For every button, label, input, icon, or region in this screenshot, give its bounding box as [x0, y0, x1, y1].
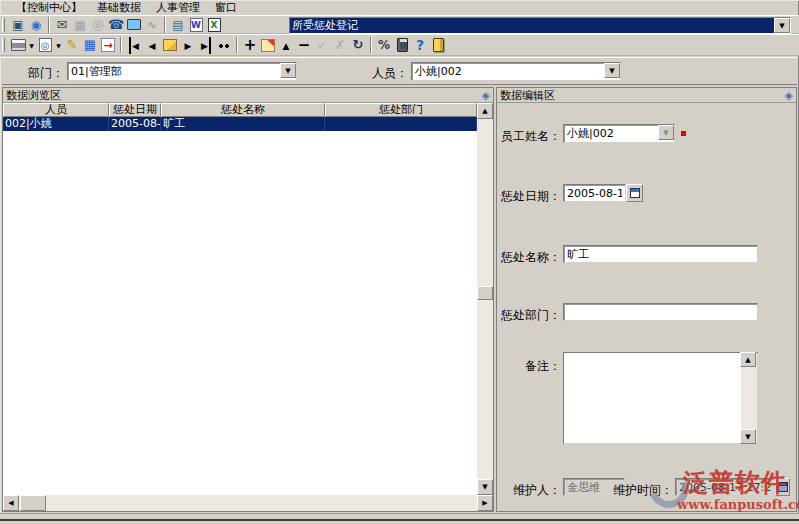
column-header-dept[interactable]: 惩处部门 — [325, 103, 477, 117]
edit-panel-title: 数据编辑区 — [500, 88, 555, 103]
chart-icon[interactable] — [143, 16, 161, 33]
remark-textarea[interactable] — [564, 353, 741, 443]
scroll-up-icon[interactable] — [477, 103, 493, 119]
department-combobox[interactable]: 01|管理部 — [67, 62, 297, 81]
refresh-button[interactable] — [349, 37, 367, 54]
print-preview-button[interactable] — [36, 37, 54, 54]
data-browse-panel: 数据浏览区 人员 惩处日期 惩处名称 惩处部门 002|小姚 2005-08-1… — [2, 87, 494, 512]
diamond-icon[interactable] — [482, 89, 490, 102]
punishment-table: 人员 惩处日期 惩处名称 惩处部门 002|小姚 2005-08-17 旷工 — [3, 103, 493, 495]
chevron-down-icon[interactable] — [280, 63, 296, 78]
scrollbar-thumb[interactable] — [477, 286, 493, 300]
copy-record-button[interactable] — [259, 37, 277, 54]
calculator-button[interactable] — [393, 37, 411, 54]
mail-icon[interactable] — [53, 16, 71, 33]
chevron-down-icon[interactable] — [604, 63, 620, 78]
first-record-button[interactable] — [125, 37, 143, 54]
cell-date: 2005-08-17 — [109, 117, 161, 131]
schedule-icon[interactable] — [71, 16, 89, 33]
computer-icon[interactable] — [125, 16, 143, 33]
punish-name-label: 惩处名称： — [481, 249, 561, 266]
toolbar-grip[interactable] — [2, 38, 5, 52]
scrollbar-thumb[interactable] — [20, 495, 46, 511]
preview-dropdown-icon[interactable] — [54, 37, 63, 54]
delete-record-button[interactable] — [295, 37, 313, 54]
excel-export-icon[interactable]: X — [205, 16, 223, 33]
menu-hr-management[interactable]: 人事管理 — [156, 0, 200, 15]
menu-window[interactable]: 窗口 — [215, 0, 237, 15]
toolbar-separator — [370, 37, 372, 53]
menu-base-data[interactable]: 基础数据 — [97, 0, 141, 15]
task-selector-combobox[interactable]: 所受惩处登记 — [289, 17, 791, 34]
edit-button[interactable] — [63, 37, 81, 54]
system-toolbar: W X 所受惩处登记 — [0, 15, 799, 34]
browser-icon[interactable] — [27, 16, 45, 33]
print-dropdown-icon[interactable] — [27, 37, 36, 54]
column-header-date[interactable]: 惩处日期 — [109, 103, 161, 117]
globe-icon[interactable] — [89, 16, 107, 33]
calendar-icon — [778, 482, 788, 492]
horizontal-scrollbar[interactable] — [3, 495, 493, 511]
window-border-line — [0, 519, 799, 521]
chevron-down-icon[interactable] — [774, 18, 790, 33]
bookmark-button[interactable] — [161, 37, 179, 54]
next-record-button[interactable] — [179, 37, 197, 54]
previous-record-button[interactable] — [143, 37, 161, 54]
move-up-button[interactable] — [277, 37, 295, 54]
add-record-button[interactable] — [241, 37, 259, 54]
table-row[interactable]: 002|小姚 2005-08-17 旷工 — [3, 117, 477, 131]
toolbar-grip[interactable] — [2, 18, 5, 32]
watermark-url: www.fanpusoft.com — [677, 497, 799, 512]
remark-label: 备注： — [481, 358, 561, 375]
record-toolbar — [0, 34, 799, 56]
vertical-scrollbar[interactable] — [477, 103, 493, 495]
employee-name-value: 小姚|002 — [564, 125, 658, 142]
scroll-up-icon[interactable] — [740, 352, 756, 367]
last-record-button[interactable] — [197, 37, 215, 54]
post-edit-button[interactable] — [313, 37, 331, 54]
punish-date-label: 惩处日期： — [481, 188, 561, 205]
cell-person: 002|小姚 — [3, 117, 109, 131]
time-picker-button[interactable] — [775, 478, 790, 496]
word-export-icon[interactable]: W — [187, 16, 205, 33]
app-window: 【控制中心】 基础数据 人事管理 窗口 W X 所受惩处登记 — [0, 0, 799, 524]
print-button[interactable] — [9, 37, 27, 54]
window-bottom-edge — [0, 513, 799, 524]
person-combobox[interactable]: 小姚|002 — [411, 62, 621, 81]
toolbar-separator — [164, 17, 166, 33]
remark-box — [563, 352, 758, 444]
chevron-down-icon[interactable] — [658, 125, 674, 140]
punish-dept-field[interactable] — [563, 303, 758, 321]
scroll-left-icon[interactable] — [3, 495, 19, 511]
punish-name-field[interactable] — [563, 245, 758, 263]
cancel-edit-button[interactable] — [331, 37, 349, 54]
employee-name-label: 员工姓名： — [481, 128, 561, 145]
person-label: 人员： — [364, 65, 408, 82]
punish-date-field[interactable] — [563, 184, 626, 202]
toolbar-separator — [48, 17, 50, 33]
filter-bar: 部门： 01|管理部 人员： 小姚|002 — [2, 57, 797, 85]
date-picker-button[interactable] — [626, 184, 643, 202]
column-header-person[interactable]: 人员 — [3, 103, 109, 117]
card-icon[interactable] — [169, 16, 187, 33]
employee-name-combobox[interactable]: 小姚|002 — [563, 124, 675, 143]
photo-icon[interactable] — [9, 16, 27, 33]
grid-view-button[interactable] — [81, 37, 99, 54]
data-edit-panel: 数据编辑区 员工姓名： 小姚|002 惩处日期： 惩处名称： 惩处部门： 备注：… — [496, 87, 797, 512]
scroll-down-icon[interactable] — [740, 429, 756, 444]
cell-name: 旷工 — [161, 117, 325, 131]
exit-button[interactable] — [429, 37, 447, 54]
maintainer-label: 维护人： — [481, 482, 561, 499]
diamond-icon[interactable] — [785, 89, 793, 102]
browse-panel-title: 数据浏览区 — [6, 88, 61, 103]
cell-dept — [325, 117, 477, 131]
help-button[interactable] — [411, 37, 429, 54]
menu-bar: 【控制中心】 基础数据 人事管理 窗口 — [0, 0, 799, 15]
find-button[interactable] — [215, 37, 233, 54]
remark-scrollbar[interactable] — [741, 353, 757, 443]
phone-icon[interactable] — [107, 16, 125, 33]
menu-control-center[interactable]: 【控制中心】 — [16, 0, 82, 15]
column-header-name[interactable]: 惩处名称 — [161, 103, 325, 117]
export-button[interactable] — [99, 37, 117, 54]
stats-button[interactable] — [375, 37, 393, 54]
